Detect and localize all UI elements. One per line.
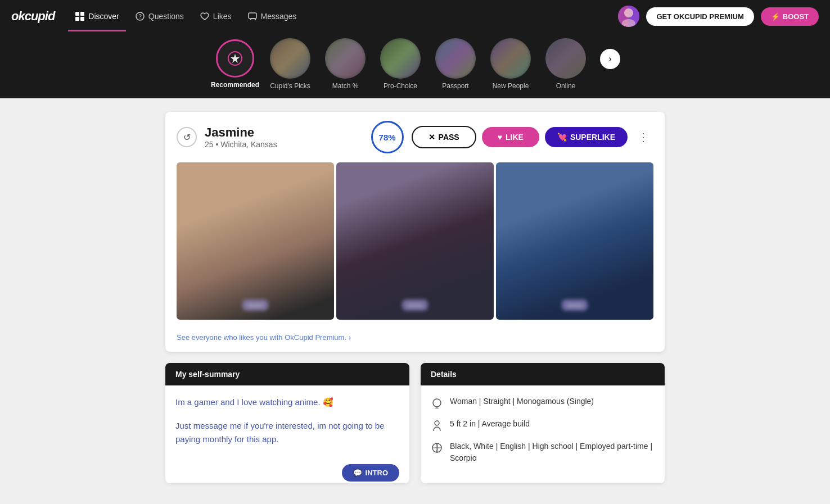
svg-rect-6 bbox=[249, 13, 256, 19]
summary-text-2: Just message me if you're interested, im… bbox=[175, 419, 399, 446]
svg-rect-0 bbox=[75, 12, 79, 16]
disc-label-online: Online bbox=[556, 82, 576, 90]
disc-label-newpeople: New People bbox=[493, 82, 529, 90]
gender-icon bbox=[431, 397, 443, 409]
detail-text-gender: Woman | Straight | Monogamous (Single) bbox=[450, 396, 594, 407]
boost-button[interactable]: ⚡ BOOST bbox=[761, 7, 819, 26]
question-icon: ? bbox=[135, 11, 145, 21]
svg-rect-3 bbox=[80, 17, 84, 21]
match-thumb bbox=[325, 38, 366, 79]
more-options-button[interactable]: ⋮ bbox=[633, 128, 653, 146]
heart-icon: ♥ bbox=[498, 133, 502, 142]
premium-likes-link[interactable]: See everyone who likes you with OkCupid … bbox=[165, 329, 665, 352]
svg-text:?: ? bbox=[138, 13, 142, 20]
boost-label: BOOST bbox=[783, 12, 809, 21]
svg-rect-2 bbox=[75, 17, 79, 21]
bolt-icon: ⚡ bbox=[771, 12, 780, 21]
profile-name: Jasmine bbox=[205, 125, 363, 140]
details-card: Details Woman | Straight | Monogamous (S… bbox=[421, 363, 665, 483]
disc-label-prochoice: Pro-Choice bbox=[384, 82, 417, 90]
online-thumb bbox=[545, 38, 586, 79]
superlike-button[interactable]: 💘 SUPERLIKE bbox=[545, 127, 628, 147]
svg-point-12 bbox=[433, 399, 441, 407]
profile-age-location: 25 • Wichita, Kansas bbox=[205, 140, 363, 149]
nav-likes[interactable]: Likes bbox=[193, 7, 238, 26]
message-icon bbox=[247, 11, 258, 21]
disc-label-cupids: Cupid's Picks bbox=[270, 82, 310, 90]
self-summary-header: My self-summary bbox=[165, 363, 409, 385]
self-summary-body: Im a gamer and I love watching anime. 🥰 … bbox=[165, 385, 409, 465]
profile-sections: My self-summary Im a gamer and I love wa… bbox=[165, 363, 665, 483]
recommended-thumb bbox=[216, 39, 254, 78]
nav-questions[interactable]: ? Questions bbox=[128, 7, 191, 26]
profile-photo-2[interactable]: ●●●● bbox=[336, 162, 494, 320]
match-percentage-circle: 78% bbox=[371, 121, 404, 153]
svg-point-13 bbox=[435, 421, 439, 425]
photo-placeholder-2: ●●●● bbox=[336, 162, 494, 320]
photo-grid: ●●●● ●●●● ●●●● bbox=[165, 162, 665, 329]
profile-name-info: Jasmine 25 • Wichita, Kansas bbox=[205, 125, 363, 149]
refresh-icon: ↺ bbox=[183, 132, 191, 143]
disc-item-match[interactable]: Match % bbox=[320, 38, 371, 90]
disc-item-prochoice[interactable]: Pro-Choice bbox=[375, 38, 426, 90]
details-body: Woman | Straight | Monogamous (Single) 5… bbox=[421, 385, 665, 483]
main-content: ↺ Jasmine 25 • Wichita, Kansas 78% ✕ PAS… bbox=[156, 112, 674, 483]
discovery-bar: Recommended Cupid's Picks Match % Pro-Ch… bbox=[0, 33, 830, 98]
user-avatar[interactable] bbox=[618, 6, 639, 27]
like-button[interactable]: ♥ LIKE bbox=[482, 127, 539, 147]
globe-icon bbox=[431, 442, 443, 454]
summary-text-1: Im a gamer and I love watching anime. 🥰 bbox=[175, 396, 399, 409]
disc-item-online[interactable]: Online bbox=[540, 38, 591, 90]
nav-messages[interactable]: Messages bbox=[241, 7, 304, 26]
premium-button[interactable]: GET OKCUPID PREMIUM bbox=[646, 7, 754, 26]
pass-button[interactable]: ✕ PASS bbox=[412, 126, 476, 148]
profile-card: ↺ Jasmine 25 • Wichita, Kansas 78% ✕ PAS… bbox=[165, 112, 665, 352]
app-logo: okcupid bbox=[11, 9, 55, 24]
disc-item-recommended[interactable]: Recommended bbox=[210, 39, 260, 89]
refresh-button[interactable]: ↺ bbox=[177, 127, 197, 147]
prochoice-thumb bbox=[380, 38, 421, 79]
disc-item-newpeople[interactable]: New People bbox=[485, 38, 536, 90]
height-icon bbox=[431, 419, 443, 432]
svg-point-9 bbox=[624, 8, 633, 17]
profile-photo-3[interactable]: ●●●● bbox=[496, 162, 653, 320]
detail-row-gender: Woman | Straight | Monogamous (Single) bbox=[431, 396, 655, 409]
discovery-next-button[interactable]: › bbox=[600, 49, 620, 69]
newpeople-thumb bbox=[490, 38, 531, 79]
heart-nav-icon bbox=[200, 11, 210, 21]
detail-row-height: 5 ft 2 in | Average build bbox=[431, 418, 655, 432]
x-icon: ✕ bbox=[428, 133, 435, 142]
detail-row-background: Black, White | English | High school | E… bbox=[431, 441, 655, 464]
detail-text-background: Black, White | English | High school | E… bbox=[450, 441, 655, 464]
nav-discover[interactable]: Discover bbox=[68, 7, 125, 26]
superlike-icon: 💘 bbox=[557, 133, 567, 142]
photo-placeholder-1: ●●●● bbox=[177, 162, 334, 320]
header-right: GET OKCUPID PREMIUM ⚡ BOOST bbox=[618, 6, 819, 27]
action-buttons: ✕ PASS ♥ LIKE 💘 SUPERLIKE ⋮ bbox=[412, 126, 653, 148]
svg-rect-1 bbox=[80, 12, 84, 16]
photo-placeholder-3: ●●●● bbox=[496, 162, 653, 320]
profile-photo-1[interactable]: ●●●● bbox=[177, 162, 334, 320]
app-header: okcupid Discover ? Questions bbox=[0, 0, 830, 33]
cupids-thumb bbox=[270, 38, 310, 79]
detail-text-height: 5 ft 2 in | Average build bbox=[450, 418, 530, 430]
grid-icon bbox=[75, 11, 85, 21]
details-header: Details bbox=[421, 363, 665, 385]
disc-label-recommended: Recommended bbox=[211, 81, 259, 89]
intro-button[interactable]: 💬 INTRO bbox=[342, 464, 399, 482]
card-header: ↺ Jasmine 25 • Wichita, Kansas 78% ✕ PAS… bbox=[165, 112, 665, 162]
message-intro-icon: 💬 bbox=[353, 469, 362, 477]
disc-item-passport[interactable]: Passport bbox=[430, 38, 481, 90]
main-nav: Discover ? Questions Likes bbox=[68, 7, 605, 26]
passport-thumb bbox=[435, 38, 476, 79]
disc-item-cupids[interactable]: Cupid's Picks bbox=[265, 38, 315, 90]
disc-label-match: Match % bbox=[332, 82, 359, 90]
self-summary-card: My self-summary Im a gamer and I love wa… bbox=[165, 363, 409, 483]
disc-label-passport: Passport bbox=[442, 82, 468, 90]
